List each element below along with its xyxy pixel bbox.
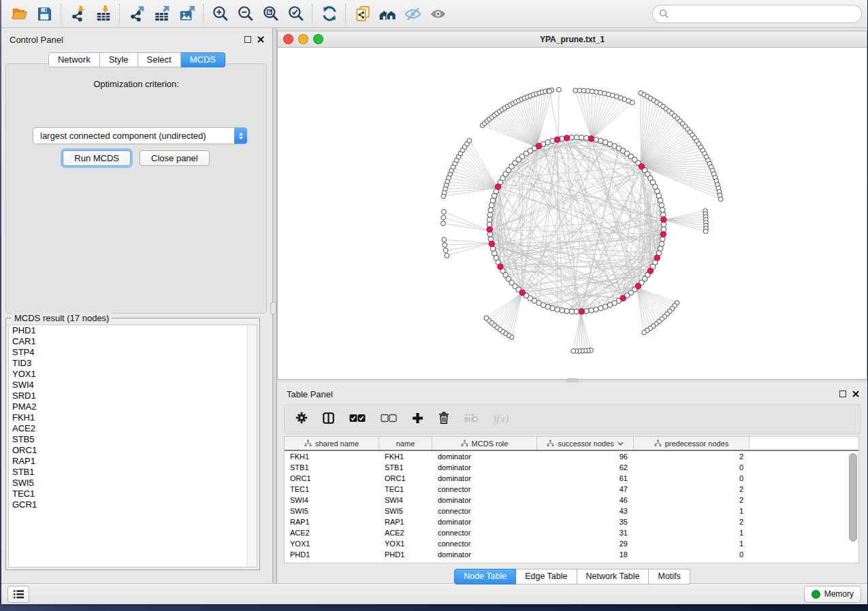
select-all-button[interactable] [349,413,366,425]
cell-predecessor-nodes: 0 [634,462,750,473]
mcds-result-item[interactable]: CAR1 [9,336,257,347]
cell-mcds-role: dominator [432,462,537,473]
vertical-splitter[interactable] [272,28,277,583]
tab-network-table[interactable]: Network Table [577,569,649,584]
import-network-button[interactable] [65,2,91,25]
column-header-mcds-role[interactable]: MCDS role [432,437,537,450]
tab-motifs[interactable]: Motifs [649,569,690,584]
add-row-button[interactable] [412,412,423,427]
first-neighbors-button[interactable] [375,2,400,25]
search-input[interactable] [673,8,855,19]
network-view-title: YPA_prune.txt_1 [278,35,867,44]
table-panel-tabs: Node TableEdge TableNetwork TableMotifs [277,569,867,584]
cell-mcds-role: connector [432,527,537,538]
table-scrollbar-thumb[interactable] [849,453,857,542]
close-panel-icon[interactable] [257,36,264,43]
table-row[interactable]: RAP1RAP1dominator352 [285,516,858,527]
mcds-result-item[interactable]: STB5 [9,434,257,445]
float-table-panel-icon[interactable] [839,391,846,397]
table-row[interactable]: TEC1TEC1connector472 [285,484,858,495]
delete-row-button[interactable] [438,412,449,427]
zoom-selected-button[interactable] [283,2,308,25]
cell-successor-nodes: 35 [537,516,634,527]
column-header-shared-name[interactable]: shared name [285,437,379,450]
show-panel-list-button[interactable] [7,586,29,603]
criterion-dropdown[interactable]: largest connected component (undirected) [33,127,247,144]
table-settings-button[interactable] [295,412,308,427]
table-row[interactable]: ORC1ORC1dominator610 [285,473,858,484]
show-panels-button[interactable] [425,2,451,25]
mcds-result-item[interactable]: FKH1 [9,412,257,423]
tab-select[interactable]: Select [138,52,181,67]
refresh-icon [321,5,338,22]
network-canvas[interactable] [278,48,867,379]
clone-network-button[interactable] [350,2,375,25]
import-network-icon [69,5,87,22]
mcds-result-item[interactable]: SWI4 [9,380,257,391]
mcds-result-group-title: MCDS result (17 nodes) [12,313,112,323]
mcds-result-item[interactable]: PMA2 [9,401,257,412]
table-row[interactable]: PHD1PHD1dominator180 [285,549,858,560]
import-table-button[interactable] [91,2,116,25]
table-row[interactable]: SWI5SWI5connector431 [285,506,858,516]
column-chooser-button[interactable] [323,412,334,427]
cell-name: SWI4 [379,495,432,506]
zoom-in-button[interactable] [208,2,233,25]
column-header-name[interactable]: name [379,437,432,450]
tree-column-icon [654,440,662,447]
open-file-button[interactable] [7,2,32,25]
mcds-result-item[interactable]: TID3 [9,358,257,369]
refresh-button[interactable] [317,2,342,25]
mcds-result-item[interactable]: ORC1 [9,445,257,456]
mcds-result-item[interactable]: TEC1 [9,489,257,499]
mcds-result-item[interactable]: STB1 [9,467,257,478]
mcds-result-item[interactable]: ACE2 [9,423,257,434]
column-chooser-icon [323,412,334,424]
zoom-out-button[interactable] [233,2,258,25]
search-box [652,5,862,23]
tab-style[interactable]: Style [100,52,138,67]
node-table: shared namenameMCDS rolesuccessor nodesp… [284,436,859,563]
mcds-result-item[interactable]: GCR1 [9,499,257,510]
float-panel-icon[interactable] [244,36,251,43]
cell-mcds-role: dominator [432,516,537,527]
tab-edge-table[interactable]: Edge Table [516,569,577,584]
mcds-list-scrollbar[interactable] [247,325,257,567]
run-mcds-button[interactable]: Run MCDS [63,150,131,166]
close-panel-button[interactable]: Close panel [140,150,210,166]
table-row[interactable]: ACE2ACE2connector311 [285,527,858,538]
table-row[interactable]: FKH1FKH1dominator962 [285,451,858,462]
mcds-result-item[interactable]: STP4 [9,347,257,358]
cell-predecessor-nodes: 0 [634,549,750,560]
column-header-predecessor-nodes[interactable]: predecessor nodes [634,437,750,450]
mcds-result-item[interactable]: RAP1 [9,456,257,467]
cell-name: TEC1 [379,484,432,495]
tab-network[interactable]: Network [48,52,100,67]
network-view-window: YPA_prune.txt_1 [277,31,867,380]
column-header-successor-nodes[interactable]: successor nodes [537,437,634,450]
table-row[interactable]: SWI4SWI4dominator462 [285,495,858,506]
cell-predecessor-nodes: 0 [634,473,750,484]
mcds-result-item[interactable]: SWI5 [9,478,257,489]
memory-button[interactable]: Memory [804,586,861,603]
export-image-button[interactable] [174,2,199,25]
open-folder-icon [11,5,29,22]
table-row[interactable]: STB1STB1dominator620 [285,462,858,473]
cell-shared-name: RAP1 [285,516,379,527]
tab-mcds[interactable]: MCDS [181,52,225,67]
zoom-fit-button[interactable] [258,2,283,25]
mcds-result-item[interactable]: PHD1 [9,325,257,336]
cell-predecessor-nodes: 2 [634,451,750,462]
tab-node-table[interactable]: Node Table [454,569,516,584]
hide-panels-button[interactable] [400,2,425,25]
mcds-result-item[interactable]: YOX1 [9,369,257,380]
export-network-button[interactable] [124,2,149,25]
export-table-button[interactable] [149,2,174,25]
save-session-button[interactable] [32,2,57,25]
table-row[interactable]: YOX1YOX1connector291 [285,538,858,549]
close-table-panel-icon[interactable] [852,391,859,397]
cell-shared-name: ACE2 [285,527,379,538]
deselect-all-button[interactable] [381,413,397,425]
mcds-result-item[interactable]: SRD1 [9,391,257,401]
vertical-splitter-handle[interactable] [270,302,276,314]
